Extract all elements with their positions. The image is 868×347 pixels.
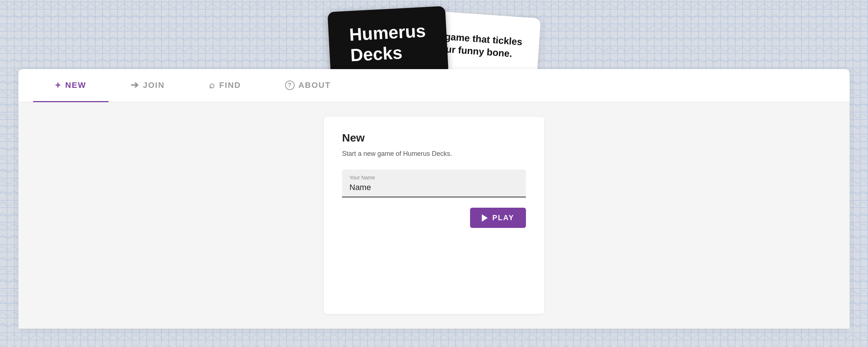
play-button-label: PLAY: [492, 214, 514, 222]
search-icon: ⌕: [209, 79, 216, 91]
tab-join[interactable]: ➔ JOIN: [108, 69, 187, 102]
plus-icon: +: [55, 79, 61, 91]
input-underline: [342, 197, 526, 197]
section-description: Start a new game of Humerus Decks.: [342, 150, 526, 158]
join-icon: ➔: [131, 79, 139, 91]
content-area: New Start a new game of Humerus Decks. Y…: [18, 102, 850, 329]
tab-join-label: JOIN: [143, 81, 165, 90]
question-icon: ?: [285, 81, 295, 90]
white-card-text: A game that tickles your funny bone.: [434, 30, 529, 61]
black-card-text: Humerus Decks: [349, 21, 427, 65]
tab-new-label: NEW: [65, 81, 86, 90]
name-label: Your Name: [349, 175, 519, 180]
tab-new[interactable]: + NEW: [33, 69, 108, 102]
tab-about-label: ABOUT: [298, 81, 331, 90]
play-button[interactable]: PLAY: [470, 208, 526, 228]
name-input[interactable]: [349, 183, 519, 192]
name-input-group: Your Name: [342, 169, 526, 197]
nav-bar: + NEW ➔ JOIN ⌕ FIND ? ABOUT: [18, 69, 850, 102]
tab-find-label: FIND: [219, 81, 241, 90]
card-area: Humerus Decks A game that tickles your f…: [305, 0, 563, 77]
new-section: New Start a new game of Humerus Decks. Y…: [324, 117, 544, 314]
section-title: New: [342, 132, 526, 144]
tab-about[interactable]: ? ABOUT: [263, 69, 353, 102]
tab-find[interactable]: ⌕ FIND: [187, 69, 263, 102]
play-icon: [482, 214, 488, 222]
main-panel: + NEW ➔ JOIN ⌕ FIND ? ABOUT New Start a …: [18, 69, 850, 329]
